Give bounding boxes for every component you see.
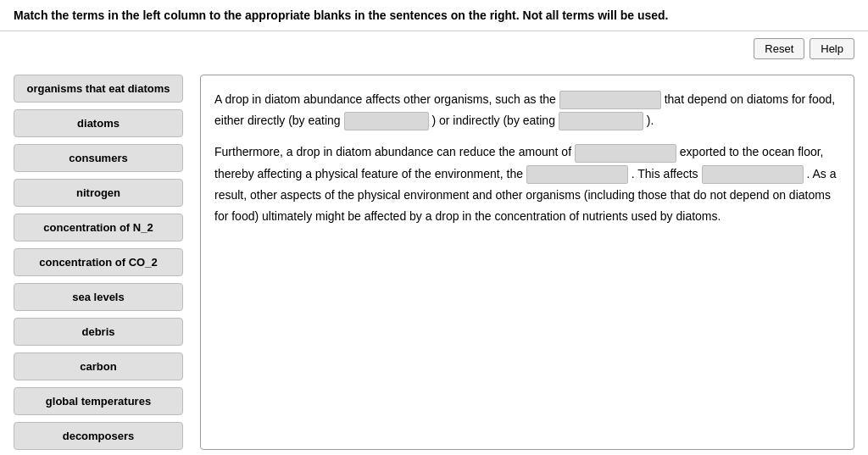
term-item-3[interactable]: nitrogen [14, 179, 183, 207]
term-item-0[interactable]: organisms that eat diatoms [14, 75, 183, 103]
term-item-7[interactable]: debris [14, 318, 183, 346]
blank-3[interactable] [559, 112, 643, 130]
instruction-text: Match the terms in the left column to th… [14, 8, 668, 22]
help-button[interactable]: Help [810, 38, 854, 59]
toolbar: Reset Help [0, 31, 868, 66]
term-item-10[interactable]: decomposers [14, 422, 183, 450]
term-item-5[interactable]: concentration of CO_2 [14, 248, 183, 276]
blank-4[interactable] [575, 144, 676, 163]
term-item-1[interactable]: diatoms [14, 109, 183, 137]
sentence1-part4: ). [647, 114, 654, 127]
sentence2-part1: Furthermore, a drop in diatom abundance … [214, 145, 571, 158]
blank-5[interactable] [526, 165, 628, 184]
reset-button[interactable]: Reset [754, 38, 804, 59]
term-item-6[interactable]: sea levels [14, 283, 183, 311]
instruction-bar: Match the terms in the left column to th… [0, 0, 868, 31]
blank-1[interactable] [559, 91, 661, 109]
main-content: organisms that eat diatomsdiatomsconsume… [0, 66, 868, 455]
terms-column: organisms that eat diatomsdiatomsconsume… [14, 75, 183, 450]
sentence-block-2: Furthermore, a drop in diatom abundance … [214, 141, 840, 227]
sentences-column: A drop in diatom abundance affects other… [200, 75, 854, 450]
sentence-block-1: A drop in diatom abundance affects other… [214, 89, 840, 131]
sentence1-part1: A drop in diatom abundance affects other… [214, 92, 556, 106]
term-item-4[interactable]: concentration of N_2 [14, 214, 183, 241]
sentence1-part3: ) or indirectly (by eating [431, 114, 555, 127]
blank-2[interactable] [344, 112, 429, 130]
term-item-9[interactable]: global temperatures [14, 387, 183, 415]
sentence2-part3: . This affects [632, 167, 698, 180]
blank-6[interactable] [702, 165, 804, 184]
term-item-2[interactable]: consumers [14, 144, 183, 172]
term-item-8[interactable]: carbon [14, 352, 183, 380]
